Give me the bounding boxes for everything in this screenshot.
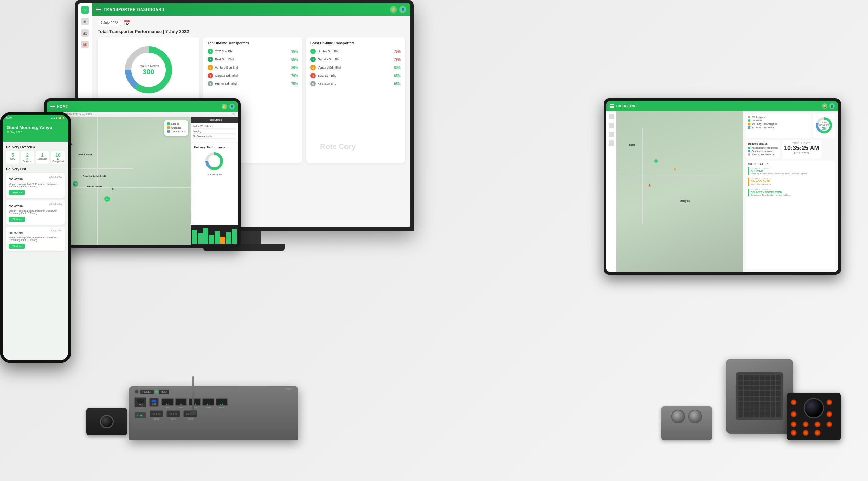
ov-legend-3rd-route: 3rd Party - 0% Route xyxy=(748,126,809,129)
menu-hamburger-icon[interactable] xyxy=(96,8,101,11)
top-transporters-title: Top On-time Transporters xyxy=(208,41,298,45)
map-place-bandar2: Billah Shah xyxy=(87,185,102,188)
eth-led-9 xyxy=(220,404,221,405)
total-deliveries-label: Total Deliveries xyxy=(138,64,159,68)
knob-1[interactable] xyxy=(671,410,685,423)
tablet-bell-icon[interactable]: 🔔 xyxy=(222,104,227,109)
grill-hole-27 xyxy=(754,391,759,396)
overview-menu-icon[interactable] xyxy=(610,104,614,108)
delivery-perf-title-text: Delivery Performance xyxy=(194,146,235,149)
stat-location-num: 1 xyxy=(37,152,47,158)
truck-row-loading-label: Loading xyxy=(193,130,201,132)
delivery-card-1-addr: Megah Holdings, Lot 23, Persiaran Usahaw… xyxy=(9,183,62,188)
eth-lan4 xyxy=(175,398,187,406)
tablet-left-screen: HOME 🔔 👤 Last refresh 10:50AM 27 Februar… xyxy=(47,101,238,245)
ov-legend-box: 0% Assigned 0% Route 3rd Party - 0% Assi… xyxy=(746,114,811,138)
least-transporters-title: Least On-time Transporters xyxy=(310,41,401,45)
speaker-knobs xyxy=(671,410,702,423)
eth-lan1-leds xyxy=(220,404,223,405)
overview-bell-icon[interactable]: 🔔 xyxy=(822,103,827,109)
tablet-left-title: HOME xyxy=(57,105,68,109)
ov-dot-route xyxy=(748,119,750,122)
delivery-card-2-date: 22 Aug 2022 xyxy=(49,203,62,205)
least-transporters-panel: Least On-time Transporters 1 Hunter Sdn … xyxy=(306,37,405,163)
knob-2[interactable] xyxy=(688,410,702,423)
least-transporter-1: 1 Hunter Sdn Bhd 75% xyxy=(310,49,401,54)
date-input[interactable]: 7 July 2022 xyxy=(98,20,121,26)
grill-hole-43 xyxy=(754,402,759,407)
grill-hole-12 xyxy=(760,381,765,385)
ov-place-malaysia: Malaysia xyxy=(680,200,690,202)
reset-button[interactable] xyxy=(134,389,139,394)
eth-led-8 xyxy=(209,404,210,405)
ov-sidebar-icon-4[interactable] xyxy=(609,140,614,146)
grill-hole-38 xyxy=(771,397,775,401)
ir-led-10 xyxy=(803,430,809,436)
tablet-user-icon[interactable]: 👤 xyxy=(229,104,235,109)
ov-delivery-status-title-text: Delivery Status xyxy=(748,142,778,145)
delivery-start-btn-2[interactable]: Start >> xyxy=(9,217,25,222)
antenna-shaft xyxy=(192,376,194,410)
notif-delivery-completed: 10:35am 17 July 2022 DELIVERY COMPLETED … xyxy=(748,189,833,196)
legend-loaded: Loaded xyxy=(167,122,185,125)
delivery-start-btn-3[interactable]: Start >> xyxy=(9,244,25,249)
least-transporter-5: 5 XYZ Sdn Bhd 95% xyxy=(310,81,401,86)
legend-yard-text: Truck at Yard xyxy=(171,130,185,133)
notification-bell-icon[interactable]: 🔔 xyxy=(390,6,397,13)
total-deliveries-donut: Total Deliveries 300 xyxy=(121,43,176,97)
tablet-refresh-bar: Last refresh 10:50AM 27 February 2025 🔍 xyxy=(47,112,238,117)
bar-charts-row xyxy=(191,225,238,245)
map-place-bandar1: Bandar Al-Muktafi xyxy=(83,175,106,178)
sidebar-home-icon[interactable]: ⌂ xyxy=(81,6,89,14)
transporter-name-4: Garuda Sdn Bhd xyxy=(215,74,289,77)
notif-dn-details: Felitaz-Mex Reference xyxy=(751,183,833,186)
calendar-icon[interactable]: 📅 xyxy=(124,20,131,26)
dot3 xyxy=(156,413,157,415)
bar-8 xyxy=(232,229,237,244)
ov-time-value-text: 10:35:25 AM xyxy=(784,145,819,152)
user-avatar-icon[interactable]: 👤 xyxy=(399,6,406,13)
overview-right-panel: 0% Assigned 0% Route 3rd Party - 0% Assi… xyxy=(743,111,838,272)
dot8 xyxy=(173,413,174,415)
sidebar-truck-icon[interactable]: 🚛 xyxy=(81,29,89,37)
hardware-box: POE RESET HDD HDMI USB xyxy=(129,386,298,461)
grill-hole-42 xyxy=(749,402,754,407)
eth-led-7 xyxy=(207,404,208,405)
ov-middle-row: Delivery Status Assigned (not picked up)… xyxy=(746,140,835,159)
least-rank-badge-2: 2 xyxy=(310,57,316,62)
delivery-start-btn-1[interactable]: Start >> xyxy=(9,190,25,195)
tablet-menu-icon[interactable] xyxy=(50,105,55,108)
delivery-card-1-header: DO #7899 22 Aug 2022 xyxy=(9,176,62,182)
grill-hole-54 xyxy=(771,407,775,412)
phone-date-text: 22 Aug 2022 xyxy=(7,131,64,134)
sidebar-location-icon[interactable]: ◉ xyxy=(81,18,89,25)
delivery-card-3-header: DO #7899 22 Aug 2022 xyxy=(9,229,62,235)
sidebar-fuel-icon[interactable]: ⛽ xyxy=(81,41,89,48)
grill-hole-51 xyxy=(754,407,759,412)
com5-label: COM5 xyxy=(154,418,159,420)
ir-led-9 xyxy=(791,430,797,436)
speaker-body xyxy=(661,406,712,440)
ov-sidebar-icon-2[interactable] xyxy=(609,123,614,128)
eth-lan2 xyxy=(202,398,214,406)
grill-hole-56 xyxy=(738,412,743,417)
stat-location: 1 1 location xyxy=(36,151,49,164)
map-legend-popup: Loaded Unloaded Truck at Yard xyxy=(164,120,188,136)
ov-sidebar-icon-1[interactable] xyxy=(609,114,614,119)
overview-user-icon[interactable]: 👤 xyxy=(829,103,835,109)
delivery-card-1-id: DO #7899 xyxy=(9,178,23,181)
lan4-label: LAN4 xyxy=(178,406,183,408)
tablet-search-icon[interactable]: 🔍 xyxy=(232,113,235,116)
com4-wrap: COM4 xyxy=(166,410,180,420)
least-rank-badge-5: 5 xyxy=(310,81,316,86)
grill-hole-46 xyxy=(771,402,775,407)
grill-hole-22 xyxy=(771,386,775,391)
grill-hole-9 xyxy=(744,381,749,385)
map-truck-1: 🚛 xyxy=(73,181,78,187)
grill-hole-5 xyxy=(765,375,770,380)
eth-lan2-leds xyxy=(207,404,210,405)
ov-legend-3rd-assigned-text: 3rd Party - 0% Assigned xyxy=(752,123,777,125)
eth-led-10 xyxy=(222,404,223,405)
ov-sidebar-icon-3[interactable] xyxy=(609,132,614,137)
eth-lan4-leds xyxy=(180,404,182,405)
